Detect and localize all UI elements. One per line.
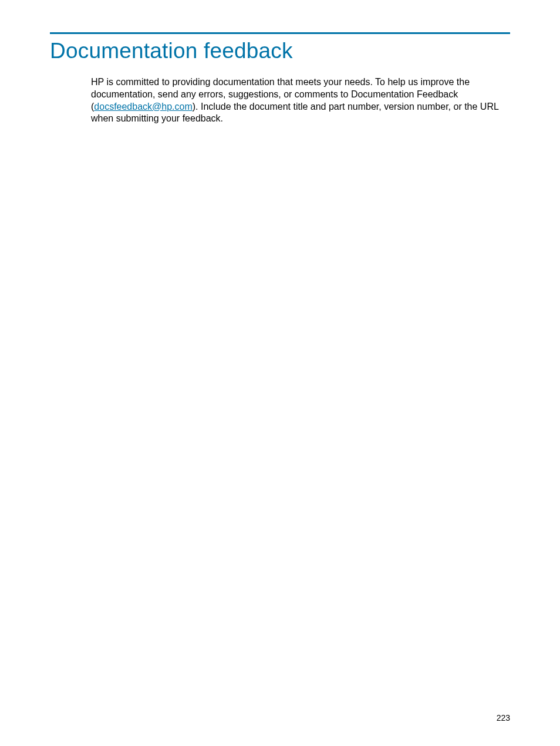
email-link[interactable]: docsfeedback@hp.com (94, 102, 192, 112)
page-number: 223 (497, 713, 510, 723)
page-container: Documentation feedback HP is committed t… (0, 0, 560, 125)
page-title: Documentation feedback (50, 39, 510, 63)
header-divider (50, 32, 510, 34)
body-paragraph: HP is committed to providing documentati… (91, 76, 510, 125)
